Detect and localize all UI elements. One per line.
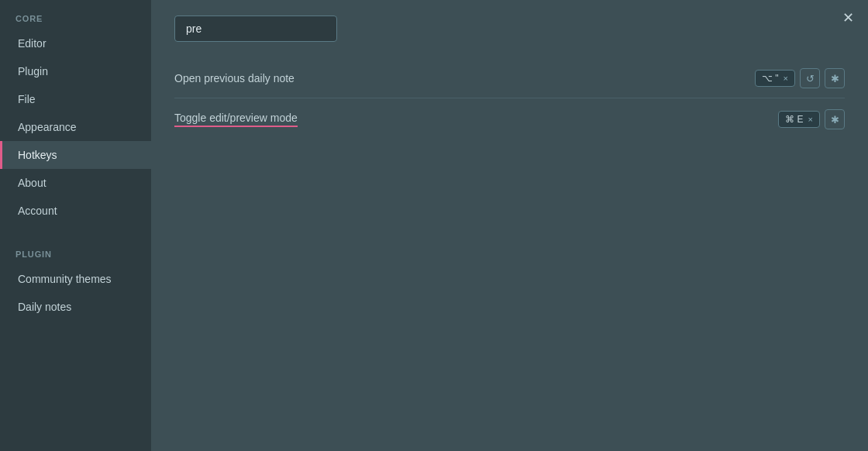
search-input[interactable] [174, 15, 337, 42]
add-hotkey-toggle-edit-preview[interactable]: ✱ [825, 109, 845, 129]
key-badge-toggle-edit-preview: ⌘ E × [778, 111, 820, 128]
sidebar-item-account[interactable]: Account [0, 197, 151, 225]
hotkey-label-toggle-edit-preview: Toggle edit/preview mode [174, 112, 298, 127]
sidebar-item-community-themes[interactable]: Community themes [0, 265, 151, 293]
main-content: ✕ Open previous daily note ⌥ " × ↺ ✱ Tog… [151, 0, 868, 451]
add-hotkey-open-prev-daily[interactable]: ✱ [825, 68, 845, 88]
sidebar-item-file[interactable]: File [0, 85, 151, 113]
sidebar-item-plugin[interactable]: Plugin [0, 57, 151, 85]
plugin-section-label: PLUGIN [0, 236, 151, 265]
sidebar-item-about[interactable]: About [0, 169, 151, 197]
hotkey-row-open-prev-daily: Open previous daily note ⌥ " × ↺ ✱ [174, 57, 845, 98]
hotkey-row-toggle-edit-preview: Toggle edit/preview mode ⌘ E × ✱ [174, 98, 845, 139]
sidebar-item-appearance[interactable]: Appearance [0, 113, 151, 141]
key-remove-open-prev-daily[interactable]: × [784, 74, 788, 83]
close-button[interactable]: ✕ [842, 11, 854, 25]
hotkey-controls-toggle-edit-preview: ⌘ E × ✱ [778, 109, 845, 129]
reset-hotkey-open-prev-daily[interactable]: ↺ [800, 68, 820, 88]
key-badge-open-prev-daily: ⌥ " × [755, 70, 795, 87]
sidebar-item-editor[interactable]: Editor [0, 29, 151, 57]
key-remove-toggle-edit-preview[interactable]: × [808, 115, 813, 124]
core-section-label: CORE [0, 0, 151, 29]
hotkey-label-open-prev-daily: Open previous daily note [174, 72, 294, 84]
hotkey-controls-open-prev-daily: ⌥ " × ↺ ✱ [755, 68, 845, 88]
sidebar: CORE Editor Plugin File Appearance Hotke… [0, 0, 151, 451]
sidebar-item-hotkeys[interactable]: Hotkeys [0, 141, 151, 169]
sidebar-item-daily-notes[interactable]: Daily notes [0, 293, 151, 321]
